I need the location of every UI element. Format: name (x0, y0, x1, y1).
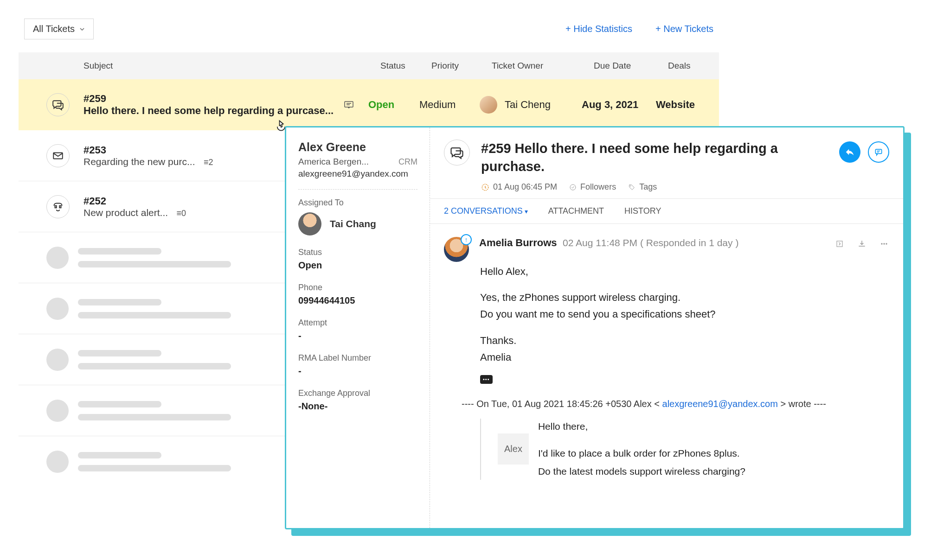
row-subject: #259 Hello there. I need some help regar… (83, 93, 343, 117)
deals-value: Website (656, 99, 719, 111)
owner-cell: Tai Cheng (480, 96, 582, 114)
filter-dropdown[interactable]: All Tickets (24, 19, 94, 39)
ticket-timestamp: 01 Aug 06:45 PM (493, 182, 557, 192)
col-deals: Deals (668, 61, 719, 71)
more-icon[interactable] (879, 239, 889, 249)
attempt-value: - (298, 331, 417, 341)
new-tickets-link[interactable]: + New Tickets (655, 24, 713, 34)
ticket-subject: Hello there. I need some help regarding … (83, 105, 343, 117)
expand-quote-button[interactable]: ••• (480, 375, 493, 384)
conversation-body: ↑ Amelia Burrows 02 Aug 11:48 PM ( Respo… (430, 224, 903, 492)
col-owner: Ticket Owner (492, 61, 594, 71)
priority-value: Medium (419, 99, 480, 111)
tab-history[interactable]: HISTORY (624, 206, 661, 216)
contact-name: Alex Greene (298, 140, 417, 154)
contact-company: America Bergen... (298, 157, 369, 167)
ticket-row[interactable]: #259 Hello there. I need some help regar… (19, 79, 719, 130)
tab-attachment[interactable]: ATTACHMENT (548, 206, 604, 216)
exchange-label: Exchange Approval (298, 388, 417, 398)
svg-rect-5 (875, 149, 881, 153)
assignee-name: Tai Chang (330, 218, 376, 229)
quoted-sender: Alex (498, 433, 529, 465)
body-line: Yes, the zPhones support wireless chargi… (480, 290, 889, 305)
hide-statistics-link[interactable]: + Hide Statistics (565, 24, 632, 34)
phone-icon (46, 195, 70, 218)
col-status: Status (380, 61, 431, 71)
clock-icon (481, 183, 489, 191)
message-icon (343, 99, 354, 110)
download-icon[interactable] (857, 239, 867, 249)
tag-icon (628, 184, 635, 191)
col-subject: Subject (83, 61, 380, 71)
chat-icon (46, 93, 70, 116)
header-actions (839, 140, 889, 163)
quoted-line: Hello there, (538, 419, 745, 435)
followers-label: Followers (580, 182, 616, 192)
check-circle-icon (569, 184, 577, 191)
svg-point-3 (570, 185, 576, 190)
ticket-id: #259 (83, 93, 343, 105)
comment-button[interactable] (868, 141, 889, 163)
status-value: Open (368, 99, 419, 111)
conversation-text: Hello Alex, Yes, the zPhones support wir… (480, 264, 889, 386)
rma-value: - (298, 366, 417, 376)
reply-button[interactable] (839, 141, 860, 163)
filter-label: All Tickets (33, 24, 75, 34)
quote-header: ---- On Tue, 01 Aug 2021 18:45:26 +0530 … (462, 399, 889, 409)
top-links: + Hide Statistics + New Tickets (565, 24, 713, 34)
body-line: Thanks. (480, 333, 889, 349)
detail-main: #259 Hello there. I need some help regar… (430, 127, 903, 528)
owner-name: Tai Cheng (505, 99, 551, 111)
assigned-to-label: Assigned To (298, 198, 417, 208)
table-header: Subject Status Priority Ticket Owner Due… (19, 52, 719, 79)
tags-link[interactable]: Tags (628, 182, 657, 192)
ticket-title: #259 Hello there. I need some help regar… (481, 140, 828, 176)
col-priority: Priority (431, 61, 492, 71)
tags-label: Tags (639, 182, 657, 192)
reply-badge-icon: ↑ (461, 234, 472, 245)
phone-value: 09944644105 (298, 295, 417, 306)
attempt-label: Attempt (298, 318, 417, 328)
ticket-subject: New product alert... (83, 207, 168, 218)
quoted-line: Do the latest models support wireless ch… (538, 464, 745, 480)
chat-bubble-icon (444, 140, 470, 165)
body-greeting: Hello Alex, (480, 264, 889, 280)
tab-conversations[interactable]: 2 CONVERSATIONS (444, 206, 528, 216)
svg-point-4 (630, 185, 631, 186)
exchange-value: -None- (298, 401, 417, 412)
detail-sidebar: Alex Greene America Bergen... CRM alexgr… (286, 127, 430, 528)
ticket-detail-panel: Alex Greene America Bergen... CRM alexgr… (285, 126, 905, 529)
sender-name: Amelia Burrows (479, 237, 557, 248)
quote-email-link[interactable]: alexgreene91@yandex.com (662, 399, 778, 409)
message-count: ≡0 (177, 209, 186, 218)
svg-point-8 (883, 243, 885, 245)
svg-rect-6 (837, 241, 842, 247)
col-due: Due Date (594, 61, 668, 71)
crm-link[interactable]: CRM (398, 157, 417, 167)
email-icon (46, 144, 70, 167)
body-line: Amelia (480, 350, 889, 365)
ticket-subject: Regarding the new purc... (83, 156, 195, 167)
top-bar: All Tickets + Hide Statistics + New Tick… (19, 19, 719, 39)
rma-label: RMA Label Number (298, 353, 417, 363)
message-count: ≡2 (204, 158, 213, 167)
chevron-down-icon (79, 26, 85, 32)
due-value: Aug 3, 2021 (582, 99, 656, 111)
detail-tabs: 2 CONVERSATIONS ATTACHMENT HISTORY (430, 198, 903, 224)
ticket-meta-row: 01 Aug 06:45 PM Followers Tags (481, 182, 828, 192)
svg-point-7 (881, 243, 882, 245)
quoted-line: I'd like to place a bulk order for zPhon… (538, 445, 745, 462)
followers-link[interactable]: Followers (569, 182, 616, 192)
status-label: Status (298, 248, 417, 257)
detail-header: #259 Hello there. I need some help regar… (430, 127, 903, 198)
assignee-row[interactable]: Tai Chang (298, 212, 417, 235)
svg-rect-0 (345, 102, 353, 107)
quoted-block: Alex Hello there, I'd like to place a bu… (480, 419, 889, 480)
body-line: Do you want me to send you a specificati… (480, 306, 889, 322)
expand-icon[interactable] (834, 239, 845, 249)
phone-label: Phone (298, 283, 417, 293)
status-field-value: Open (298, 260, 417, 271)
sent-time: 02 Aug 11:48 PM ( Responded in 1 day ) (563, 237, 738, 248)
contact-email: alexgreene91@yandex.com (298, 169, 417, 179)
assignee-avatar (298, 212, 321, 235)
